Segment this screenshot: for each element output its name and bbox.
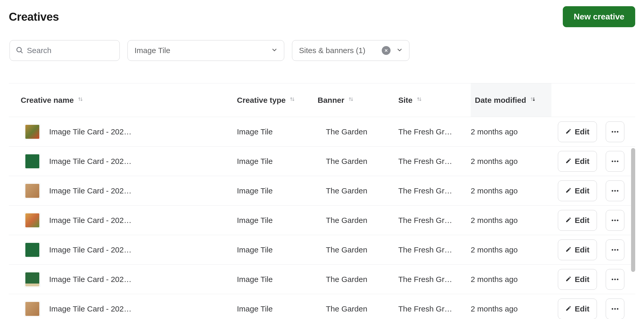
search-icon [16, 46, 23, 55]
svg-point-6 [617, 131, 618, 133]
site-name: The Fresh Gr… [398, 245, 452, 254]
edit-button-label: Edit [575, 304, 589, 313]
date-modified: 2 months ago [471, 127, 518, 136]
column-header-label: Date modified [475, 96, 526, 105]
column-header-type[interactable]: Creative type [237, 96, 318, 105]
more-actions-button[interactable] [606, 210, 624, 231]
svg-point-15 [617, 220, 618, 221]
creative-name[interactable]: Image Tile Card - 202… [49, 275, 131, 284]
banner-name: The Garden [326, 216, 367, 224]
svg-point-22 [612, 308, 613, 310]
banner-name: The Garden [326, 186, 367, 195]
svg-point-13 [612, 220, 613, 221]
table-header-row: Creative name Creative type Banner Site … [9, 83, 635, 117]
creative-type: Image Tile [237, 304, 273, 313]
creative-type: Image Tile [237, 186, 273, 195]
banner-name: The Garden [326, 157, 367, 165]
column-header-banner[interactable]: Banner [318, 96, 398, 105]
new-creative-button[interactable]: New creative [563, 6, 635, 27]
more-actions-button[interactable] [606, 240, 624, 260]
pencil-icon [565, 216, 572, 225]
svg-point-24 [617, 308, 618, 310]
sort-icon [530, 96, 536, 105]
svg-point-5 [614, 131, 616, 133]
search-input-wrapper[interactable] [10, 40, 120, 61]
date-modified: 2 months ago [471, 275, 518, 284]
table-row: Image Tile Card - 202… Image Tile The Ga… [9, 147, 635, 176]
svg-point-4 [612, 131, 613, 133]
column-header-label: Creative name [21, 96, 74, 105]
creative-thumbnail [24, 183, 40, 199]
date-modified: 2 months ago [471, 216, 518, 224]
creative-name[interactable]: Image Tile Card - 202… [49, 186, 131, 195]
vertical-scrollbar[interactable] [631, 117, 635, 319]
svg-point-10 [612, 190, 613, 192]
creative-thumbnail [24, 212, 40, 228]
svg-point-17 [614, 249, 616, 251]
pencil-icon [565, 186, 572, 195]
column-header-site[interactable]: Site [398, 96, 471, 105]
column-header-date[interactable]: Date modified [471, 83, 551, 117]
creative-thumbnail [24, 301, 40, 317]
pencil-icon [565, 157, 572, 166]
svg-point-7 [612, 161, 613, 162]
creative-type-dropdown[interactable]: Image Tile [128, 40, 284, 61]
page-title: Creatives [9, 10, 59, 23]
edit-button[interactable]: Edit [558, 121, 597, 142]
more-horizontal-icon [611, 130, 619, 134]
pencil-icon [565, 304, 572, 313]
sort-icon [416, 96, 422, 105]
scrollbar-thumb[interactable] [631, 148, 635, 272]
svg-point-21 [617, 279, 618, 280]
svg-point-11 [614, 190, 616, 192]
chevron-down-icon [396, 47, 403, 54]
edit-button[interactable]: Edit [558, 299, 597, 319]
sort-icon [77, 96, 84, 105]
more-actions-button[interactable] [606, 151, 624, 172]
table-row: Image Tile Card - 202… Image Tile The Ga… [9, 235, 635, 265]
edit-button[interactable]: Edit [558, 180, 597, 201]
edit-button[interactable]: Edit [558, 240, 597, 260]
more-horizontal-icon [611, 159, 619, 163]
more-actions-button[interactable] [606, 180, 624, 201]
search-input[interactable] [27, 46, 114, 55]
pencil-icon [565, 127, 572, 136]
creative-thumbnail [24, 242, 40, 258]
table-row: Image Tile Card - 202… Image Tile The Ga… [9, 176, 635, 206]
more-actions-button[interactable] [606, 269, 624, 290]
column-header-name[interactable]: Creative name [21, 96, 237, 105]
creative-thumbnail [24, 153, 40, 169]
clear-filter-icon[interactable] [382, 46, 391, 55]
sites-banners-dropdown[interactable]: Sites & banners (1) [292, 40, 409, 61]
edit-button-label: Edit [575, 127, 589, 136]
pencil-icon [565, 275, 572, 284]
edit-button[interactable]: Edit [558, 151, 597, 172]
creative-name[interactable]: Image Tile Card - 202… [49, 216, 131, 225]
banner-name: The Garden [326, 127, 367, 136]
edit-button-label: Edit [575, 245, 589, 254]
dropdown-label: Image Tile [134, 46, 170, 55]
creative-name[interactable]: Image Tile Card - 202… [49, 127, 131, 136]
edit-button[interactable]: Edit [558, 269, 597, 290]
pencil-icon [565, 245, 572, 254]
svg-point-19 [612, 279, 613, 280]
more-actions-button[interactable] [606, 121, 624, 142]
table-row: Image Tile Card - 202… Image Tile The Ga… [9, 294, 635, 319]
creative-thumbnail [24, 271, 40, 287]
svg-point-8 [614, 161, 616, 162]
edit-button[interactable]: Edit [558, 210, 597, 231]
svg-line-1 [21, 51, 22, 53]
svg-point-18 [617, 249, 618, 251]
site-name: The Fresh Gr… [398, 186, 452, 195]
column-header-label: Creative type [237, 96, 286, 105]
creative-name[interactable]: Image Tile Card - 202… [49, 245, 131, 254]
site-name: The Fresh Gr… [398, 157, 452, 165]
svg-point-20 [614, 279, 616, 280]
creative-type: Image Tile [237, 216, 273, 224]
creative-type: Image Tile [237, 157, 273, 165]
more-actions-button[interactable] [606, 299, 624, 319]
creative-name[interactable]: Image Tile Card - 202… [49, 157, 131, 166]
creative-name[interactable]: Image Tile Card - 202… [49, 304, 131, 313]
svg-point-14 [614, 220, 616, 221]
more-horizontal-icon [611, 248, 619, 252]
